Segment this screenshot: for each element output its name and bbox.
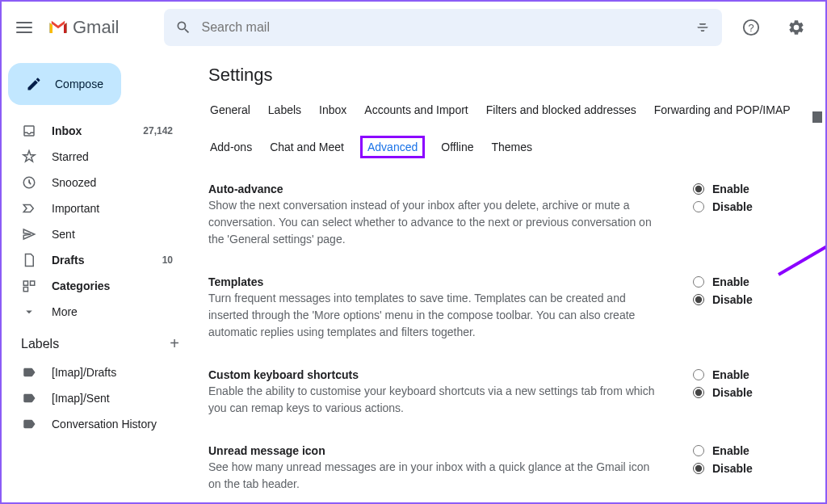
compose-button[interactable]: Compose xyxy=(8,63,121,105)
tab-labels[interactable]: Labels xyxy=(267,99,303,121)
page-title: Settings xyxy=(208,65,806,86)
sidebar-item-snoozed[interactable]: Snoozed xyxy=(2,170,183,195)
settings-icon[interactable] xyxy=(780,11,812,44)
disable-radio[interactable] xyxy=(693,201,704,212)
tab-themes[interactable]: Themes xyxy=(490,136,535,158)
send-icon xyxy=(21,226,37,242)
tab-accounts-and-import[interactable]: Accounts and Import xyxy=(363,99,469,121)
sidebar-item-label: Sent xyxy=(52,228,158,241)
sidebar-item-count: 27,142 xyxy=(143,125,173,136)
disable-option[interactable]: Disable xyxy=(693,200,753,213)
svg-rect-2 xyxy=(23,281,27,285)
search-icon xyxy=(175,19,191,36)
tab-advanced[interactable]: Advanced xyxy=(360,136,425,158)
sidebar-item-label: Snoozed xyxy=(52,176,158,189)
svg-rect-3 xyxy=(31,281,35,285)
disable-radio[interactable] xyxy=(693,294,704,305)
enable-option[interactable]: Enable xyxy=(693,275,753,288)
sidebar: Compose Inbox27,142StarredSnoozedImporta… xyxy=(2,53,189,502)
sidebar-item-label: Inbox xyxy=(52,124,128,137)
gmail-logo[interactable]: Gmail xyxy=(47,16,119,39)
setting-row: Unread message icon See how many unread … xyxy=(208,435,806,502)
setting-desc: See how many unread messages are in your… xyxy=(208,459,661,493)
label-text: [Imap]/Drafts xyxy=(52,366,173,379)
file-icon xyxy=(21,252,37,268)
setting-desc: Turn frequent messages into templates to… xyxy=(208,290,661,341)
pencil-icon xyxy=(26,76,42,92)
labels-header: Labels + xyxy=(2,325,189,359)
sidebar-item-important[interactable]: Important xyxy=(2,195,183,221)
setting-desc: Show the next conversation instead of yo… xyxy=(208,197,661,248)
sidebar-item-more[interactable]: More xyxy=(2,299,183,325)
enable-radio[interactable] xyxy=(693,445,704,456)
disable-radio[interactable] xyxy=(693,387,704,398)
important-icon xyxy=(21,200,37,216)
enable-radio[interactable] xyxy=(693,369,704,380)
sidebar-item-categories[interactable]: Categories xyxy=(2,273,183,299)
tab-inbox[interactable]: Inbox xyxy=(317,99,348,121)
enable-radio[interactable] xyxy=(693,276,704,288)
svg-rect-4 xyxy=(23,288,27,292)
search-bar[interactable] xyxy=(164,9,722,46)
sidebar-item-starred[interactable]: Starred xyxy=(2,144,183,170)
labels-title: Labels xyxy=(21,337,59,351)
tab-add-ons[interactable]: Add-ons xyxy=(208,136,254,158)
disable-option[interactable]: Disable xyxy=(693,386,753,399)
sidebar-item-inbox[interactable]: Inbox27,142 xyxy=(2,118,183,144)
setting-row: Templates Turn frequent messages into te… xyxy=(208,266,806,359)
sidebar-item-label: More xyxy=(52,305,158,318)
settings-tabs: GeneralLabelsInboxAccounts and ImportFil… xyxy=(208,99,806,158)
star-icon xyxy=(21,149,37,165)
label-item[interactable]: [Imap]/Drafts xyxy=(2,359,183,385)
label-text: Conversation History xyxy=(52,418,173,430)
setting-title: Custom keyboard shortcuts xyxy=(208,368,661,381)
search-input[interactable] xyxy=(201,20,685,35)
tag-icon xyxy=(21,416,37,432)
tab-filters-and-blocked-addresses[interactable]: Filters and blocked addresses xyxy=(485,99,638,121)
enable-option[interactable]: Enable xyxy=(693,183,753,195)
sidebar-item-label: Drafts xyxy=(52,254,148,267)
main-menu-icon[interactable] xyxy=(15,18,34,37)
tab-chat-and-meet[interactable]: Chat and Meet xyxy=(268,136,346,158)
input-mode-icon xyxy=(812,111,822,123)
tag-icon xyxy=(21,390,37,406)
setting-row: Custom keyboard shortcuts Enable the abi… xyxy=(208,359,806,435)
sidebar-item-sent[interactable]: Sent xyxy=(2,221,183,247)
clock-icon xyxy=(21,174,37,191)
disable-option[interactable]: Disable xyxy=(693,462,753,475)
label-item[interactable]: [Imap]/Sent xyxy=(2,385,183,411)
tab-general[interactable]: General xyxy=(208,99,252,121)
chevron-icon xyxy=(21,304,37,320)
sidebar-item-label: Categories xyxy=(52,279,158,292)
gmail-icon xyxy=(47,16,69,39)
sidebar-item-drafts[interactable]: Drafts10 xyxy=(2,247,183,273)
compose-label: Compose xyxy=(55,78,103,90)
sidebar-item-label: Starred xyxy=(52,150,158,163)
setting-desc: Enable the ability to customise your key… xyxy=(208,383,661,417)
inbox-icon xyxy=(21,123,37,139)
tab-offline[interactable]: Offline xyxy=(439,136,475,158)
svg-text:?: ? xyxy=(748,22,754,34)
setting-title: Unread message icon xyxy=(208,444,661,457)
categories-icon xyxy=(21,278,37,294)
search-options-icon[interactable] xyxy=(695,19,711,36)
disable-option[interactable]: Disable xyxy=(693,293,753,306)
setting-row: Auto-advance Show the next conversation … xyxy=(208,173,806,266)
sidebar-item-count: 10 xyxy=(162,254,173,266)
add-label-button[interactable]: + xyxy=(170,334,179,353)
setting-title: Templates xyxy=(208,275,661,288)
label-item[interactable]: Conversation History xyxy=(2,411,183,437)
enable-option[interactable]: Enable xyxy=(693,444,753,457)
logo-text: Gmail xyxy=(73,17,119,38)
label-text: [Imap]/Sent xyxy=(52,392,173,405)
enable-radio[interactable] xyxy=(693,183,704,195)
tab-forwarding-and-pop-imap[interactable]: Forwarding and POP/IMAP xyxy=(653,99,792,121)
sidebar-item-label: Important xyxy=(52,202,158,215)
enable-option[interactable]: Enable xyxy=(693,368,753,381)
disable-radio[interactable] xyxy=(693,463,704,474)
setting-title: Auto-advance xyxy=(208,183,661,195)
tag-icon xyxy=(21,364,37,380)
help-icon[interactable]: ? xyxy=(735,11,767,44)
settings-content: Settings GeneralLabelsInboxAccounts and … xyxy=(189,53,825,502)
